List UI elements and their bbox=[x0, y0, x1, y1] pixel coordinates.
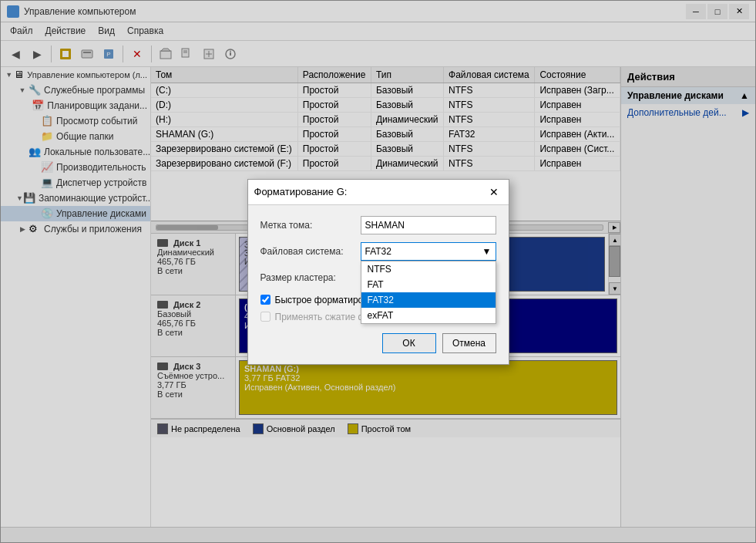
fs-option-exfat[interactable]: exFAT bbox=[361, 308, 496, 323]
compress-checkbox bbox=[260, 312, 270, 322]
modal-close-button[interactable]: ✕ bbox=[486, 184, 502, 201]
cluster-label: Размер кластера: bbox=[260, 272, 361, 283]
modal-buttons: ОК Отмена bbox=[260, 333, 496, 353]
dropdown-arrow-icon: ▼ bbox=[482, 246, 492, 257]
modal-title: Форматирование G: bbox=[254, 186, 348, 197]
fs-selected-value: FAT32 bbox=[365, 246, 391, 257]
fs-row: Файловая система: FAT32 ▼ NTFS FAT FAT32… bbox=[260, 242, 496, 261]
fs-label: Файловая система: bbox=[260, 246, 361, 257]
fs-option-ntfs[interactable]: NTFS bbox=[361, 261, 496, 277]
quick-format-checkbox[interactable] bbox=[260, 295, 270, 305]
modal-overlay: Форматирование G: ✕ Метка тома: Файловая… bbox=[0, 0, 756, 543]
fs-dropdown: NTFS FAT FAT32 exFAT bbox=[361, 261, 496, 324]
fs-option-fat32[interactable]: FAT32 bbox=[361, 292, 496, 308]
modal-titlebar: Форматирование G: ✕ bbox=[248, 180, 509, 205]
fs-option-fat[interactable]: FAT bbox=[361, 277, 496, 292]
fs-select[interactable]: FAT32 ▼ bbox=[361, 242, 496, 261]
format-dialog: Форматирование G: ✕ Метка тома: Файловая… bbox=[247, 179, 509, 365]
volume-label-input[interactable] bbox=[361, 216, 496, 234]
modal-body: Метка тома: Файловая система: FAT32 ▼ NT… bbox=[248, 205, 509, 364]
fs-select-wrapper: FAT32 ▼ NTFS FAT FAT32 exFAT bbox=[361, 242, 496, 261]
ok-button[interactable]: ОК bbox=[382, 333, 436, 353]
volume-label-row: Метка тома: bbox=[260, 216, 496, 234]
cancel-button[interactable]: Отмена bbox=[442, 333, 496, 353]
volume-label-label: Метка тома: bbox=[260, 220, 361, 231]
